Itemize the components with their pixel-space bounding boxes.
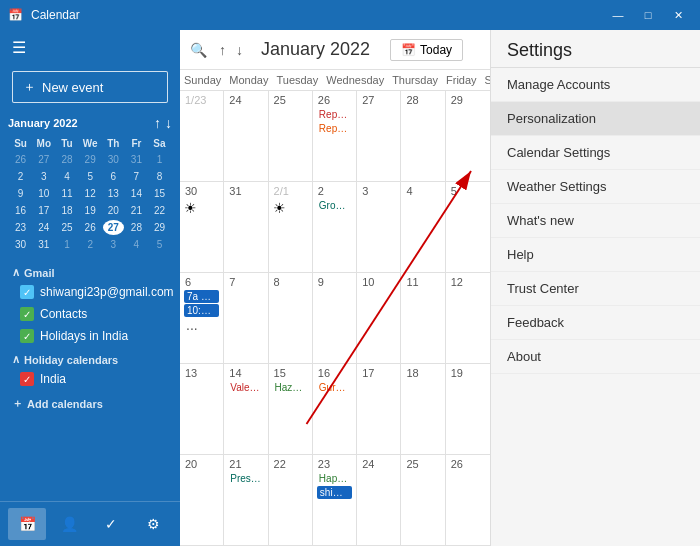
calendar-cell[interactable]: 1/23 <box>180 91 224 181</box>
calendar-cell[interactable]: 67a Morning Wa...10:30a Office... <box>180 273 224 363</box>
minimize-button[interactable]: — <box>604 4 632 26</box>
calendar-cell[interactable]: 17 <box>357 364 401 454</box>
settings-menu-item[interactable]: Personalization <box>491 102 700 136</box>
calendar-cell[interactable]: 8 <box>269 273 313 363</box>
mini-cal-day[interactable]: 3 <box>33 169 54 184</box>
mini-cal-day[interactable]: 21 <box>126 203 147 218</box>
calendar-cell[interactable]: 24 <box>357 455 401 545</box>
new-event-button[interactable]: ＋ New event <box>12 71 168 103</box>
calendar-cell[interactable]: 23Happy birthday...shiwangi pesw... <box>313 455 357 545</box>
calendar-cell[interactable]: 26Republic DayRepublic Day <box>313 91 357 181</box>
mini-cal-day[interactable]: 31 <box>126 152 147 167</box>
nav-settings-button[interactable]: ⚙ <box>134 508 172 540</box>
calendar-cell[interactable]: 25 <box>401 455 445 545</box>
mini-cal-day[interactable]: 29 <box>149 220 170 235</box>
close-button[interactable]: ✕ <box>664 4 692 26</box>
calendar-cell[interactable]: 18 <box>401 364 445 454</box>
mini-cal-day[interactable]: 20 <box>103 203 124 218</box>
calendar-cell[interactable]: 19 <box>446 364 490 454</box>
mini-cal-day[interactable]: 12 <box>79 186 100 201</box>
sidebar-item-india[interactable]: ✓ India <box>0 368 180 390</box>
mini-cal-day[interactable]: 30 <box>103 152 124 167</box>
mini-cal-day[interactable]: 28 <box>56 152 77 167</box>
mini-cal-day[interactable]: 31 <box>33 237 54 252</box>
cal-prev-button[interactable]: ↑ <box>215 40 230 60</box>
calendar-event[interactable]: 10:30a Office <box>184 304 219 317</box>
calendar-cell[interactable]: 2Groundhog Da... <box>313 182 357 272</box>
mini-cal-day[interactable]: 9 <box>10 186 31 201</box>
calendar-cell[interactable]: 20 <box>180 455 224 545</box>
calendar-cell[interactable]: 30☀ <box>180 182 224 272</box>
mini-cal-day[interactable]: 19 <box>79 203 100 218</box>
calendar-event[interactable]: Republic Day <box>317 108 352 121</box>
settings-menu-item[interactable]: Help <box>491 238 700 272</box>
holiday-calendars-header[interactable]: ∧ Holiday calendars <box>0 347 180 368</box>
calendar-cell[interactable]: 12 <box>446 273 490 363</box>
gmail-section-header[interactable]: ∧ Gmail <box>0 260 180 281</box>
calendar-cell[interactable]: 5 <box>446 182 490 272</box>
add-calendars-section[interactable]: ＋ Add calendars <box>0 390 180 413</box>
calendar-cell[interactable]: 22 <box>269 455 313 545</box>
mini-cal-day[interactable]: 1 <box>149 152 170 167</box>
mini-cal-day[interactable]: 22 <box>149 203 170 218</box>
mini-cal-day[interactable]: 8 <box>149 169 170 184</box>
calendar-cell[interactable]: 9 <box>313 273 357 363</box>
calendar-cell[interactable]: 3 <box>357 182 401 272</box>
mini-cal-day[interactable]: 4 <box>126 237 147 252</box>
calendar-cell[interactable]: 11 <box>401 273 445 363</box>
mini-cal-day[interactable]: 5 <box>79 169 100 184</box>
calendar-cell[interactable]: 27 <box>357 91 401 181</box>
calendar-event[interactable]: 7a Morning Wa... <box>184 290 219 303</box>
mini-cal-day[interactable]: 2 <box>79 237 100 252</box>
search-icon[interactable]: 🔍 <box>190 42 207 58</box>
settings-menu-item[interactable]: Weather Settings <box>491 170 700 204</box>
mini-cal-day[interactable]: 13 <box>103 186 124 201</box>
calendar-cell[interactable]: 2/1☀ <box>269 182 313 272</box>
sidebar-item-holidays-india[interactable]: ✓ Holidays in India <box>0 325 180 347</box>
today-button[interactable]: 📅 Today <box>390 39 463 61</box>
mini-cal-day[interactable]: 15 <box>149 186 170 201</box>
calendar-event[interactable]: Presidents' Day <box>228 472 263 485</box>
mini-cal-day[interactable]: 2 <box>10 169 31 184</box>
calendar-cell[interactable]: 16Guru Ravidas Ja... <box>313 364 357 454</box>
maximize-button[interactable]: □ <box>634 4 662 26</box>
calendar-cell[interactable]: 21Presidents' Day <box>224 455 268 545</box>
calendar-cell[interactable]: 24 <box>224 91 268 181</box>
calendar-event[interactable]: Valentine's Day <box>228 381 263 394</box>
calendar-cell[interactable]: 29 <box>446 91 490 181</box>
more-events-dots[interactable]: ... <box>184 317 219 333</box>
calendar-cell[interactable]: 31 <box>224 182 268 272</box>
calendar-event[interactable]: Guru Ravidas Ja... <box>317 381 352 394</box>
mini-cal-prev[interactable]: ↑ <box>154 115 161 131</box>
calendar-cell[interactable]: 15Hazarat Ali's Bi... <box>269 364 313 454</box>
settings-menu-item[interactable]: Manage Accounts <box>491 68 700 102</box>
nav-calendar-button[interactable]: 📅 <box>8 508 46 540</box>
mini-cal-day[interactable]: 25 <box>56 220 77 235</box>
settings-menu-item[interactable]: About <box>491 340 700 374</box>
mini-cal-day[interactable]: 17 <box>33 203 54 218</box>
mini-cal-day[interactable]: 11 <box>56 186 77 201</box>
mini-cal-day[interactable]: 27 <box>103 220 124 235</box>
mini-cal-day[interactable]: 6 <box>103 169 124 184</box>
calendar-event[interactable]: Groundhog Da... <box>317 199 352 212</box>
mini-cal-day[interactable]: 27 <box>33 152 54 167</box>
calendar-cell[interactable]: 28 <box>401 91 445 181</box>
mini-cal-day[interactable]: 18 <box>56 203 77 218</box>
hamburger-menu[interactable]: ☰ <box>0 30 180 65</box>
mini-cal-day[interactable]: 3 <box>103 237 124 252</box>
calendar-cell[interactable]: 25 <box>269 91 313 181</box>
settings-menu-item[interactable]: Trust Center <box>491 272 700 306</box>
mini-cal-day[interactable]: 16 <box>10 203 31 218</box>
settings-menu-item[interactable]: Calendar Settings <box>491 136 700 170</box>
mini-cal-day[interactable]: 7 <box>126 169 147 184</box>
sidebar-item-contacts[interactable]: ✓ Contacts <box>0 303 180 325</box>
mini-cal-day[interactable]: 30 <box>10 237 31 252</box>
mini-cal-day[interactable]: 29 <box>79 152 100 167</box>
mini-cal-day[interactable]: 23 <box>10 220 31 235</box>
settings-menu-item[interactable]: What's new <box>491 204 700 238</box>
mini-cal-day[interactable]: 28 <box>126 220 147 235</box>
mini-cal-next[interactable]: ↓ <box>165 115 172 131</box>
calendar-cell[interactable]: 7 <box>224 273 268 363</box>
sidebar-item-gmail-account[interactable]: ✓ shiwangi23p@gmail.com <box>0 281 180 303</box>
calendar-event[interactable]: Hazarat Ali's Bi... <box>273 381 308 394</box>
